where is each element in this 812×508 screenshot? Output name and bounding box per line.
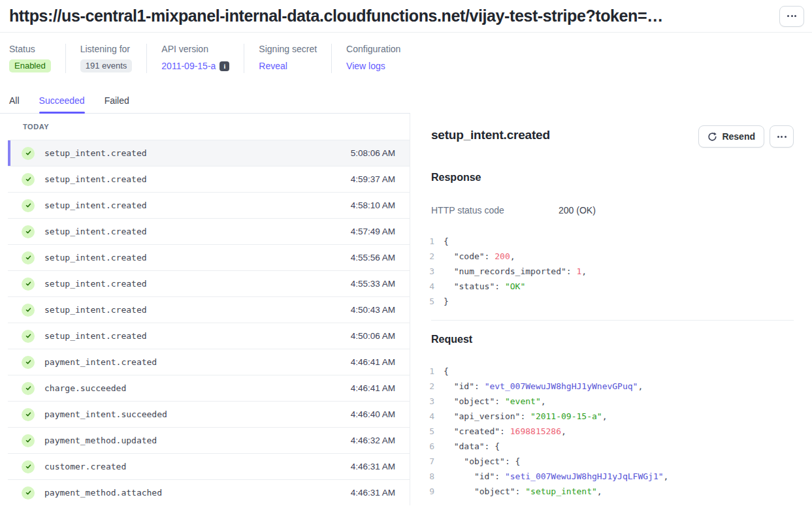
status-group-api-version: API version2011-09-15-ai bbox=[146, 44, 244, 73]
header-overflow-button[interactable] bbox=[779, 6, 804, 27]
event-list-row[interactable]: setup_intent.created4:59:37 AM bbox=[8, 167, 410, 193]
event-time: 4:55:56 AM bbox=[351, 253, 395, 262]
event-name: setup_intent.created bbox=[44, 253, 351, 262]
event-time: 4:55:33 AM bbox=[351, 279, 395, 289]
resend-button[interactable]: Resend bbox=[698, 125, 764, 148]
event-list-row[interactable]: setup_intent.created4:55:33 AM bbox=[8, 271, 410, 297]
status-value: 191 events bbox=[80, 59, 133, 73]
event-list-row[interactable]: setup_intent.created5:08:06 AM bbox=[8, 140, 410, 167]
event-list-row[interactable]: setup_intent.created4:57:49 AM bbox=[8, 219, 410, 245]
line-number: 3 bbox=[421, 266, 434, 276]
code-text: "data": { bbox=[444, 441, 500, 451]
event-list-row[interactable]: payment_intent.created4:46:41 AM bbox=[8, 349, 410, 375]
code-line: 4 "api_version": "2011-09-15-a", bbox=[421, 409, 794, 424]
check-circle-icon bbox=[22, 251, 35, 264]
request-heading: Request bbox=[431, 334, 794, 345]
status-value: View logs bbox=[346, 59, 400, 73]
event-list-row[interactable]: payment_method.attached4:46:31 AM bbox=[8, 480, 410, 505]
status-bar: StatusEnabledListening for191 eventsAPI … bbox=[0, 33, 812, 73]
event-time: 4:46:40 AM bbox=[351, 409, 395, 419]
code-text: "object": "event", bbox=[444, 396, 546, 406]
line-number: 4 bbox=[421, 411, 434, 421]
check-circle-icon bbox=[22, 147, 35, 160]
status-link[interactable]: View logs bbox=[346, 61, 385, 71]
check-circle-icon bbox=[22, 278, 35, 291]
section-divider bbox=[431, 320, 794, 321]
event-list-row[interactable]: setup_intent.created4:50:43 AM bbox=[8, 297, 410, 323]
event-list-panel: TODAY setup_intent.created5:08:06 AMsetu… bbox=[0, 114, 410, 505]
date-section-header: TODAY bbox=[8, 114, 410, 140]
status-badge: 191 events bbox=[80, 59, 133, 72]
line-number: 2 bbox=[421, 251, 434, 261]
line-number: 8 bbox=[421, 471, 434, 481]
code-line: 7 "object": { bbox=[421, 454, 794, 469]
tab-failed[interactable]: Failed bbox=[105, 95, 129, 113]
event-name: customer.created bbox=[44, 462, 351, 471]
check-circle-icon bbox=[22, 304, 35, 317]
status-label: API version bbox=[161, 44, 229, 54]
event-name: charge.succeeded bbox=[44, 383, 351, 393]
event-time: 4:50:43 AM bbox=[351, 305, 395, 315]
event-rows: setup_intent.created5:08:06 AMsetup_inte… bbox=[8, 140, 410, 505]
event-name: setup_intent.created bbox=[44, 279, 351, 289]
main-split: TODAY setup_intent.created5:08:06 AMsetu… bbox=[0, 114, 812, 505]
detail-title: setup_intent.created bbox=[431, 125, 550, 142]
event-list-row[interactable]: payment_intent.succeeded4:46:40 AM bbox=[8, 402, 410, 428]
endpoint-url-title: https://us-central1-mixpanel-internal-da… bbox=[9, 7, 663, 25]
ellipsis-icon bbox=[787, 15, 789, 17]
code-text: "id": "evt_007WewuJW8hgHJ1yWnevGPuq", bbox=[444, 381, 643, 391]
event-time: 4:46:31 AM bbox=[351, 462, 395, 471]
info-icon[interactable]: i bbox=[219, 61, 229, 71]
tab-all[interactable]: All bbox=[9, 95, 20, 113]
event-list-row[interactable]: setup_intent.created4:58:10 AM bbox=[8, 193, 410, 219]
resend-button-label: Resend bbox=[722, 131, 755, 142]
status-label: Configuration bbox=[346, 44, 400, 54]
code-text: } bbox=[444, 296, 449, 306]
code-line: 1{ bbox=[421, 234, 794, 249]
event-list-row[interactable]: customer.created4:46:31 AM bbox=[8, 454, 410, 480]
event-time: 4:46:41 AM bbox=[351, 357, 395, 367]
event-name: setup_intent.created bbox=[44, 227, 351, 236]
event-name: setup_intent.created bbox=[44, 200, 351, 210]
line-number: 5 bbox=[421, 426, 434, 436]
http-status-label: HTTP status code bbox=[431, 205, 559, 215]
status-value: Reveal bbox=[259, 59, 317, 73]
event-list-row[interactable]: setup_intent.created4:55:56 AM bbox=[8, 245, 410, 271]
line-number: 2 bbox=[421, 381, 434, 391]
check-circle-icon bbox=[22, 382, 35, 395]
status-link[interactable]: 2011-09-15-a bbox=[161, 61, 216, 71]
event-time: 5:08:06 AM bbox=[351, 148, 395, 158]
event-list-row[interactable]: payment_method.updated4:46:32 AM bbox=[8, 428, 410, 454]
event-time: 4:46:31 AM bbox=[351, 488, 395, 498]
event-name: payment_method.attached bbox=[44, 488, 351, 498]
date-section-label: TODAY bbox=[23, 123, 49, 131]
event-list-row[interactable]: charge.succeeded4:46:41 AM bbox=[8, 375, 410, 402]
status-group-status: StatusEnabled bbox=[9, 44, 65, 73]
check-circle-icon bbox=[22, 199, 35, 212]
code-line: 3 "object": "event", bbox=[421, 394, 794, 409]
event-time: 4:46:32 AM bbox=[351, 436, 395, 445]
line-number: 3 bbox=[421, 396, 434, 406]
event-time: 4:50:06 AM bbox=[351, 331, 395, 341]
event-name: setup_intent.created bbox=[44, 174, 351, 184]
check-circle-icon bbox=[22, 486, 35, 500]
code-text: { bbox=[444, 366, 449, 376]
event-list-row[interactable]: setup_intent.created4:50:06 AM bbox=[8, 323, 410, 349]
detail-overflow-button[interactable] bbox=[770, 125, 794, 148]
tab-succeeded[interactable]: Succeeded bbox=[39, 95, 85, 113]
event-name: payment_intent.succeeded bbox=[44, 409, 351, 419]
request-code-block: 1{2 "id": "evt_007WewuJW8hgHJ1yWnevGPuq"… bbox=[421, 364, 794, 499]
code-line: 5} bbox=[421, 294, 794, 309]
status-group-signing-secret: Signing secretReveal bbox=[244, 44, 331, 73]
page-header: https://us-central1-mixpanel-internal-da… bbox=[0, 0, 812, 33]
line-number: 9 bbox=[421, 486, 434, 496]
http-status-row: HTTP status code 200 (OK) bbox=[431, 205, 794, 215]
event-time: 4:57:49 AM bbox=[351, 227, 395, 236]
status-label: Listening for bbox=[80, 44, 133, 54]
code-line: 9 "object": "setup_intent", bbox=[421, 484, 794, 499]
code-line: 4 "status": "OK" bbox=[421, 279, 794, 294]
event-name: payment_intent.created bbox=[44, 357, 351, 367]
event-name: setup_intent.created bbox=[44, 331, 351, 341]
event-name: payment_method.updated bbox=[44, 436, 351, 445]
status-link[interactable]: Reveal bbox=[259, 61, 287, 71]
